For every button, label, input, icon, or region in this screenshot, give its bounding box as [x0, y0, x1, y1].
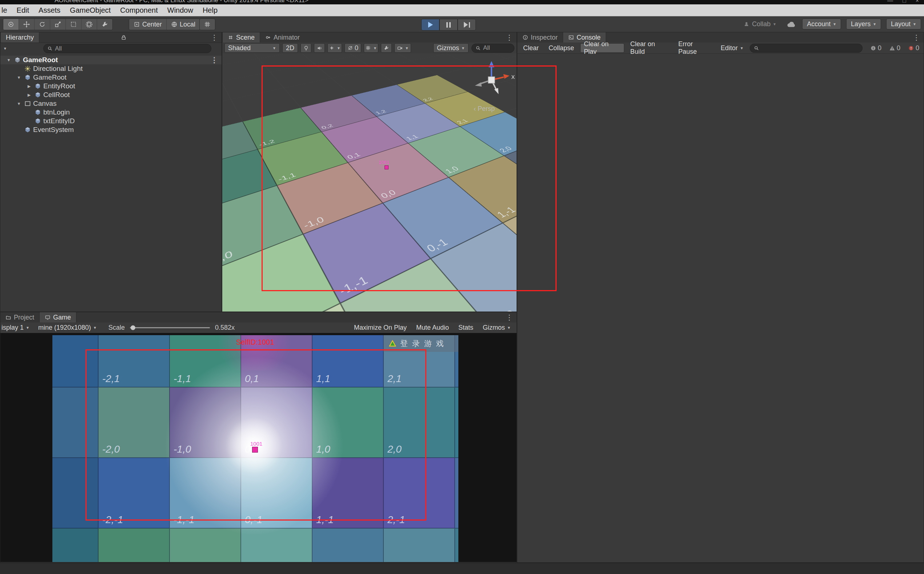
game-panel-options-icon[interactable]: ⋮	[505, 313, 516, 322]
game-gizmos-dropdown[interactable]: Gizmos▼	[479, 323, 514, 333]
console-clear-button[interactable]: Clear	[520, 43, 542, 53]
scene-viewport[interactable]: -2,2 -1,2 0,2 1,2	[222, 54, 516, 312]
move-tool-button[interactable]	[19, 19, 35, 30]
stats-toggle[interactable]: Stats	[455, 323, 477, 333]
step-button[interactable]	[458, 19, 476, 30]
scene-camera-dropdown[interactable]: ▼	[394, 43, 411, 53]
expand-arrow-icon[interactable]: ▼	[16, 101, 22, 106]
menu-edit[interactable]: Edit	[12, 6, 34, 14]
scene-audio-toggle[interactable]	[314, 43, 325, 53]
hierarchy-item-directional-light[interactable]: Directional Light	[0, 64, 221, 73]
tab-animator[interactable]: Animator	[260, 32, 305, 43]
menu-help[interactable]: Help	[198, 6, 222, 14]
expand-arrow-icon[interactable]: ▼	[5, 58, 12, 62]
console-info-count[interactable]: 0	[870, 44, 881, 52]
tab-game[interactable]: Game	[39, 312, 76, 322]
perspective-label[interactable]: ‹ Persp	[474, 105, 495, 113]
console-collapse-button[interactable]: Collapse	[545, 43, 578, 53]
shading-mode-dropdown[interactable]: Shaded ▼	[224, 43, 280, 53]
console-editor-dropdown[interactable]: Editor ▼	[717, 43, 747, 53]
console-log-list[interactable]	[517, 54, 924, 562]
mute-audio-toggle[interactable]: Mute Audio	[412, 323, 453, 333]
lock-icon[interactable]	[120, 34, 127, 41]
scene-options-icon[interactable]: ⋮	[211, 56, 218, 64]
login-game-button[interactable]: 登 录 游 戏	[384, 335, 458, 352]
resolution-dropdown[interactable]: mine (1920x1080)▼	[35, 323, 100, 333]
chevron-down-icon: ▼	[461, 46, 465, 50]
scene-lighting-toggle[interactable]	[300, 43, 311, 53]
grid-snap-group	[199, 19, 215, 30]
hierarchy-item-gameroot-scene[interactable]: ▼ GameRoot ⋮	[0, 56, 221, 64]
scene-orientation-gizmo[interactable]: X	[468, 56, 515, 104]
scale-slider[interactable]	[130, 327, 210, 328]
collab-button[interactable]: Collab ▼	[738, 19, 781, 30]
maximize-button[interactable]: □	[902, 0, 906, 4]
cloud-icon[interactable]	[786, 20, 797, 28]
hierarchy-item-canvas[interactable]: ▼ Canvas	[0, 99, 221, 108]
hierarchy-item-txtentityid[interactable]: txtEntityID	[0, 117, 221, 125]
pivot-toggle-button[interactable]: Center	[129, 19, 167, 30]
minimize-button[interactable]: —	[887, 0, 893, 4]
custom-tool-button[interactable]	[97, 19, 112, 30]
menu-assets[interactable]: Assets	[34, 6, 65, 14]
hierarchy-item-cellroot[interactable]: ▶ CellRoot	[0, 90, 221, 99]
expand-arrow-icon[interactable]: ▼	[16, 75, 22, 80]
layout-dropdown[interactable]: Layout ▼	[886, 19, 921, 30]
rect-tool-button[interactable]	[66, 19, 82, 30]
scene-entity-sprite[interactable]	[384, 166, 389, 169]
tab-inspector[interactable]: Inspector	[517, 32, 563, 43]
hierarchy-options-icon[interactable]: ⋮	[208, 33, 221, 42]
scene-gizmos-dropdown[interactable]: Gizmos ▼	[433, 43, 469, 53]
console-clear-on-build-button[interactable]: Clear on Build	[627, 43, 672, 53]
scene-visibility-toggle[interactable]: 0	[344, 43, 361, 53]
transform-tool-button[interactable]	[82, 19, 97, 30]
scene-grid-dropdown[interactable]: ▼	[364, 43, 378, 53]
scale-slider-thumb[interactable]	[131, 325, 135, 330]
collapse-arrow-icon[interactable]: ▶	[26, 93, 32, 98]
scene-search-input[interactable]: All	[471, 44, 514, 53]
canvas-icon	[24, 100, 31, 107]
hierarchy-item-btnlogin[interactable]: btnLogin	[0, 108, 221, 117]
maximize-on-play-toggle[interactable]: Maximize On Play	[350, 323, 410, 333]
game-render[interactable]: -2,1 -1,1 0,1 1,1	[52, 335, 458, 562]
tab-scene[interactable]: Scene	[222, 32, 260, 43]
chevron-down-icon: ▼	[272, 46, 276, 50]
menu-component[interactable]: Component	[115, 6, 162, 14]
scene-panel-options-icon[interactable]: ⋮	[505, 33, 516, 42]
scene-effects-dropdown[interactable]: ▼	[327, 43, 342, 53]
hierarchy-search-input[interactable]: All	[43, 44, 212, 53]
collapse-arrow-icon[interactable]: ▶	[26, 84, 32, 89]
display-dropdown[interactable]: isplay 1▼	[0, 323, 33, 333]
menu-gameobject[interactable]: GameObject	[65, 6, 115, 14]
rotate-tool-button[interactable]	[35, 19, 50, 30]
scene-entity-sprite-label: 1001	[379, 159, 389, 165]
toggle-2d-button[interactable]: 2D	[282, 43, 298, 53]
console-warning-count[interactable]: 0	[889, 44, 900, 52]
console-error-pause-button[interactable]: Error Pause	[675, 43, 714, 53]
menu-file[interactable]: le	[0, 6, 12, 14]
space-toggle-button[interactable]: Local	[167, 19, 200, 30]
scale-tool-button[interactable]	[50, 19, 66, 30]
pause-button[interactable]	[439, 19, 458, 30]
hierarchy-item-gameroot[interactable]: ▼ GameRoot	[0, 73, 221, 82]
hierarchy-item-entityroot[interactable]: ▶ EntityRoot	[0, 82, 221, 90]
grid-snap-button[interactable]	[200, 19, 215, 30]
hierarchy-item-eventsystem[interactable]: EventSystem	[0, 125, 221, 134]
chevron-down-icon: ▼	[26, 326, 30, 330]
console-clear-on-play-button[interactable]: Clear on Play	[580, 43, 624, 53]
play-button[interactable]	[421, 19, 439, 30]
scene-3d-grid: -2,2 -1,2 0,2 1,2	[222, 75, 516, 312]
search-filter-dropdown-icon[interactable]: ▼	[3, 47, 7, 50]
account-dropdown[interactable]: Account ▼	[802, 19, 841, 30]
tab-hierarchy[interactable]: Hierarchy	[0, 32, 39, 43]
close-button[interactable]: ×	[916, 0, 919, 4]
hierarchy-item-label: EventSystem	[33, 126, 74, 134]
console-error-count[interactable]: 0	[908, 44, 921, 52]
console-search-input[interactable]	[750, 44, 862, 53]
console-panel-options-icon[interactable]: ⋮	[913, 33, 924, 42]
scene-tool-settings-button[interactable]	[381, 43, 392, 53]
view-tool-button[interactable]	[3, 19, 19, 30]
layers-dropdown[interactable]: Layers ▼	[846, 19, 881, 30]
tab-project[interactable]: Project	[0, 312, 39, 322]
menu-window[interactable]: Window	[163, 6, 198, 14]
